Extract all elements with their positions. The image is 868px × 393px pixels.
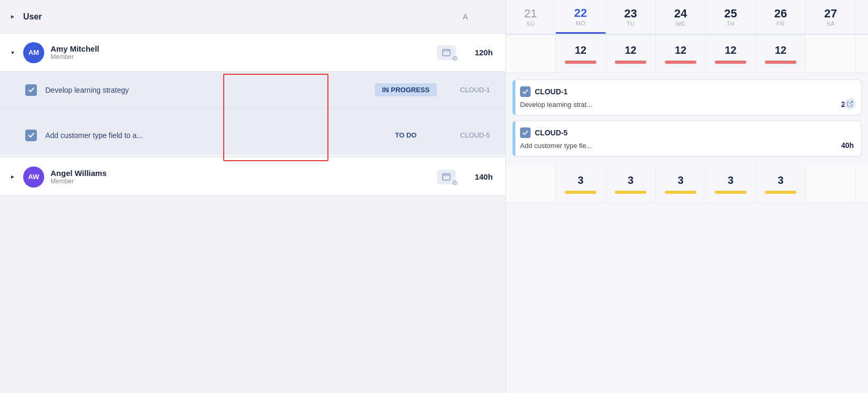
cal-day-27: 27 SA: [806, 0, 856, 34]
angel-cal-bar-24: [665, 191, 696, 194]
task-checkbox-cloud1[interactable]: [25, 84, 37, 96]
amy-cal-cell-22: 12: [556, 35, 606, 73]
task-cards-section: CLOUD-1 Develop learning strat... 20h: [506, 73, 868, 163]
task-checkbox-cloud5[interactable]: [25, 130, 37, 141]
task-name-cloud1: Develop learning strategy: [45, 86, 356, 94]
svg-rect-2: [443, 50, 450, 56]
angel-cal-num-23: 3: [627, 174, 633, 186]
angel-cal-num-26: 3: [777, 174, 783, 186]
amy-cal-num-22: 12: [575, 44, 586, 56]
amy-cal-num-26: 12: [775, 44, 786, 56]
cal-day-num-24: 24: [674, 7, 687, 21]
angel-cal-cell-23: 3: [606, 165, 656, 203]
card-desc-cloud1: Develop learning strat...: [520, 101, 592, 109]
cal-day-label-25: TH: [726, 21, 735, 27]
calendar-header: 21 SU 22 MO 23 TU 24 WE 25 TH 26 FR: [506, 0, 868, 35]
left-panel: User A AM Amy Mitchell Member 120h: [0, 0, 505, 393]
task-status-badge-cloud5[interactable]: TO DO: [388, 129, 424, 142]
angel-cal-bar-26: [765, 191, 796, 194]
angel-hours: 140h: [471, 172, 497, 181]
amy-hours: 120h: [471, 48, 497, 57]
amy-cal-cell-23: 12: [606, 35, 656, 73]
svg-rect-7: [443, 174, 450, 180]
amy-member-row: AM Amy Mitchell Member 120h: [0, 34, 505, 72]
cal-day-num-22: 22: [574, 6, 587, 20]
angel-avatar: AW: [23, 166, 44, 188]
angel-expand-icon[interactable]: [8, 173, 17, 181]
cal-day-label-24: WE: [676, 21, 686, 27]
svg-marker-0: [11, 15, 14, 18]
angel-cal-cell-21: [506, 165, 556, 203]
angel-schedule-icon[interactable]: [437, 170, 456, 184]
cal-day-25: 25 TH: [706, 0, 756, 34]
amy-cal-cell-25: 12: [706, 35, 756, 73]
amy-cal-num-23: 12: [625, 44, 636, 56]
angel-cal-num-24: 3: [677, 174, 683, 186]
angel-role: Member: [51, 178, 437, 185]
card-left-bar-cloud1: [513, 80, 515, 115]
amy-cal-cell-26: 12: [756, 35, 806, 73]
cal-day-num-23: 23: [624, 7, 637, 21]
cal-day-num-25: 25: [724, 7, 737, 21]
amy-cal-bar-26: [765, 61, 796, 64]
amy-cal-cell-28: [856, 35, 868, 73]
cal-day-num-21: 21: [524, 7, 537, 21]
card-link-icon-cloud1[interactable]: [844, 98, 856, 110]
svg-marker-1: [11, 52, 14, 54]
card-id-cloud5: CLOUD-5: [535, 129, 567, 137]
angel-name: Angel Williams: [51, 169, 437, 178]
amy-info: Amy Mitchell Member: [51, 44, 437, 61]
cal-day-26: 26 FR: [756, 0, 806, 34]
cal-day-label-26: FR: [776, 21, 785, 27]
angel-cal-cell-27: [806, 165, 856, 203]
angel-cal-cell-22: 3: [556, 165, 606, 203]
task-row-cloud5: Add customer type field to a... TO DO CL…: [0, 117, 505, 154]
card-body-cloud1: Develop learning strat... 20h: [520, 100, 854, 109]
amy-collapse-icon[interactable]: [8, 48, 17, 57]
right-panel: 21 SU 22 MO 23 TU 24 WE 25 TH 26 FR: [505, 0, 868, 393]
expand-user-icon[interactable]: [8, 13, 17, 21]
empty-row: [0, 109, 505, 117]
angel-cal-cell-26: 3: [756, 165, 806, 203]
cal-day-23: 23 TU: [606, 0, 656, 34]
amy-schedule-icon[interactable]: [437, 45, 456, 60]
angel-cal-num-25: 3: [727, 174, 733, 186]
card-desc-cloud5: Add customer type fie...: [520, 142, 592, 150]
cal-day-num-26: 26: [774, 7, 787, 21]
task-name-cloud5: Add customer type field to a...: [45, 131, 356, 140]
angel-member-row: AW Angel Williams Member 140h: [0, 158, 505, 196]
task-status-cell-cloud1[interactable]: IN PROGRESS: [356, 83, 456, 96]
task-status-badge-cloud1[interactable]: IN PROGRESS: [375, 83, 437, 96]
task-status-cell-cloud5[interactable]: TO DO: [356, 129, 456, 142]
amy-cal-cell-21: [506, 35, 556, 73]
amy-cal-bar-24: [665, 61, 696, 64]
card-hours-cloud5: 40h: [841, 141, 854, 150]
cal-day-22: 22 MO: [556, 0, 606, 34]
card-header-cloud5: CLOUD-5: [520, 127, 854, 138]
cal-day-24: 24 WE: [656, 0, 706, 34]
angel-cal-cell-24: 3: [656, 165, 706, 203]
amy-calendar-row: 12 12 12 12 12: [506, 35, 868, 73]
user-header-title: User: [23, 12, 434, 22]
user-header-alpha: A: [434, 12, 497, 21]
card-checkbox-cloud5[interactable]: [520, 127, 531, 138]
card-header-cloud1: CLOUD-1: [520, 86, 854, 97]
amy-cal-num-25: 12: [725, 44, 736, 56]
amy-cal-bar-22: [565, 61, 596, 64]
cal-day-label-21: SU: [526, 21, 535, 27]
amy-cal-cell-27: [806, 35, 856, 73]
angel-info: Angel Williams Member: [51, 169, 437, 185]
angel-cal-bar-23: [615, 191, 646, 194]
amy-cal-cell-24: 12: [656, 35, 706, 73]
user-header-row: User A: [0, 0, 505, 34]
card-checkbox-cloud1[interactable]: [520, 86, 531, 97]
amy-name: Amy Mitchell: [51, 44, 437, 53]
task-id-cloud1: CLOUD-1: [460, 86, 497, 94]
angel-cal-cell-25: 3: [706, 165, 756, 203]
cal-day-21: 21 SU: [506, 0, 556, 34]
task-row-cloud1: Develop learning strategy IN PROGRESS CL…: [0, 72, 505, 109]
angel-cal-bar-25: [715, 191, 746, 194]
task-card-cloud5: CLOUD-5 Add customer type fie... 40h: [512, 121, 862, 156]
task-card-cloud1: CLOUD-1 Develop learning strat... 20h: [512, 80, 862, 115]
angel-calendar-row: 3 3 3 3 3: [506, 165, 868, 203]
